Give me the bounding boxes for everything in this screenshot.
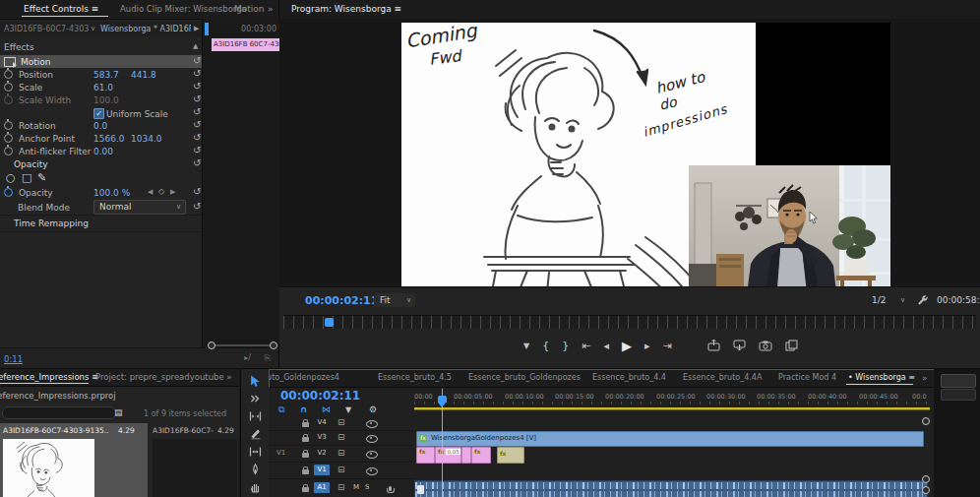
tab-overflow-icon[interactable]: » <box>268 4 274 14</box>
track-scroll-handle[interactable] <box>922 486 930 494</box>
stopwatch-icon[interactable] <box>4 147 13 155</box>
anchor-y-value[interactable]: 1034.0 <box>131 134 162 144</box>
tab-project-prepre[interactable]: Project: prepre_spreadyoutube <box>95 372 224 382</box>
audio-clip-a1[interactable] <box>414 480 928 497</box>
tab-project-reference[interactable]: Project: reference_Impressions ≡ <box>0 372 98 382</box>
tab-overflow-icon[interactable]: » <box>922 373 928 383</box>
solo-button[interactable]: S <box>365 483 369 491</box>
opacity-value[interactable]: 100.0 % <box>93 188 130 198</box>
stopwatch-icon[interactable] <box>4 70 13 79</box>
graphic-clip-olive[interactable]: fx <box>497 447 524 464</box>
program-playhead-handle[interactable] <box>325 318 334 327</box>
stopwatch-active-icon[interactable] <box>4 188 13 197</box>
graphic-clip[interactable] <box>461 447 471 464</box>
ec-sequence-clip-name[interactable]: Wisensborga * A3ID16FB-6... <box>100 25 191 33</box>
extract-button[interactable] <box>733 340 746 351</box>
track-output-eye-icon[interactable] <box>366 420 378 428</box>
track-scroll-handle[interactable] <box>922 417 930 425</box>
sync-lock-icon[interactable]: ⊟ <box>337 432 345 442</box>
track-name-v2[interactable]: V2 <box>314 448 330 459</box>
mark-in-button[interactable]: { <box>542 340 549 352</box>
track-lock-icon[interactable] <box>302 469 309 474</box>
reset-scale-icon[interactable]: ↺ <box>193 81 201 92</box>
voiceover-mic-icon[interactable] <box>389 486 392 491</box>
add-marker-button[interactable]: ▼ <box>523 342 529 350</box>
playback-resolution-dropdown[interactable]: 1/2 ∨ <box>866 293 909 307</box>
track-output-eye-icon[interactable] <box>366 451 378 459</box>
ellipse-mask-icon[interactable]: ○ <box>6 171 16 184</box>
step-back-button[interactable]: ◂ <box>603 340 609 352</box>
project-item[interactable]: A3ID16FB-60C7-4303-9135.. 4.29 <box>151 423 239 497</box>
comparison-view-button[interactable] <box>785 340 798 351</box>
timeline-settings-gear-icon[interactable]: ⚙ <box>369 404 377 414</box>
project-item-selected[interactable]: A3ID16FB-60C7-4303-9135.. 4.29 <box>0 423 148 497</box>
panel-menu-icon[interactable]: ≡ <box>908 373 915 382</box>
tab-sequence-2[interactable]: Essence_bruto_4.5 <box>378 373 452 382</box>
mark-out-button[interactable]: } <box>562 340 569 352</box>
reset-opacity-section-icon[interactable]: ↺ <box>193 157 201 168</box>
reset-anchor-icon[interactable]: ↺ <box>193 132 201 143</box>
keyframe-add-icon[interactable]: ◇ <box>158 187 164 196</box>
project-item-thumbnail[interactable] <box>153 439 237 497</box>
reset-uniform-icon[interactable]: ↺ <box>193 106 201 117</box>
ec-master-clip-name[interactable]: A3ID16FB-60C7-4303-... <box>4 25 89 33</box>
scale-value[interactable]: 61.0 <box>93 83 113 93</box>
ec-scroll-handle-right[interactable] <box>270 342 277 349</box>
track-name-v3[interactable]: V3 <box>314 432 330 443</box>
tool-ripple-edit[interactable] <box>241 410 269 426</box>
video-clip-v3[interactable]: fx WisensborgaGoldenpozes4 [V] <box>416 431 924 447</box>
sync-lock-icon[interactable]: ⊟ <box>337 465 345 474</box>
reset-rotation-icon[interactable]: ↺ <box>193 119 201 130</box>
fit-dropdown[interactable]: Fit ∨ <box>374 293 415 307</box>
tool-track-select-forward[interactable] <box>241 393 269 408</box>
program-scrubber[interactable] <box>283 315 976 329</box>
sync-lock-icon[interactable]: ⊟ <box>337 448 345 458</box>
wrench-icon[interactable] <box>917 294 929 306</box>
reset-scale-width-icon[interactable]: ↺ <box>193 93 201 104</box>
linked-selection-icon[interactable]: ⋈ <box>322 404 331 414</box>
tab-sequence-3[interactable]: Essence_bruto_Goldenpozes <box>468 373 581 382</box>
ec-mini-timeline[interactable]: 00:03:00 A3ID16FB 60C7-430 <box>202 19 279 347</box>
tool-razor[interactable] <box>241 428 269 444</box>
caret-right-icon[interactable]: ▶ <box>194 25 199 32</box>
project-search-input[interactable] <box>2 406 116 419</box>
uniform-scale-checkbox[interactable]: ✓ <box>93 108 104 119</box>
reset-antiflicker-icon[interactable]: ↺ <box>193 145 201 155</box>
track-name-a1[interactable]: A1 <box>314 482 330 493</box>
rotation-value[interactable]: 0.0 <box>93 121 107 131</box>
stopwatch-icon[interactable] <box>4 121 13 130</box>
stopwatch-icon[interactable] <box>4 134 13 143</box>
tool-pen[interactable] <box>241 464 269 479</box>
tab-program[interactable]: Program: Wisensborga ≡ <box>291 4 401 14</box>
track-lock-icon[interactable] <box>302 422 309 427</box>
track-lock-icon[interactable] <box>302 487 309 492</box>
ec-scroll-handle-left[interactable] <box>208 342 215 349</box>
add-marker-icon[interactable]: ▼ <box>345 405 351 414</box>
blend-mode-dropdown[interactable]: Normal ∨ <box>93 200 186 215</box>
track-name-v1[interactable]: V1 <box>314 465 330 475</box>
tab-sequence-1[interactable]: Essence_bruto_Goldenpozes4 <box>269 373 339 382</box>
ec-h-scrollbar[interactable] <box>212 344 275 346</box>
tab-motion[interactable]: Motion <box>234 4 265 14</box>
reset-blend-icon[interactable]: ↺ <box>193 201 201 212</box>
reset-position-icon[interactable]: ↺ <box>193 68 201 79</box>
snap-icon[interactable]: ∩ <box>300 404 307 414</box>
chevron-down-icon[interactable]: ∨ <box>91 25 95 32</box>
timeline-playhead-handle[interactable] <box>438 396 447 403</box>
export-frame-button[interactable] <box>759 341 772 351</box>
track-scroll-handle[interactable] <box>922 475 930 483</box>
stopwatch-icon[interactable] <box>4 83 13 92</box>
ec-mini-playhead[interactable] <box>205 23 209 35</box>
panel-menu-icon[interactable]: ≡ <box>395 4 402 14</box>
lift-button[interactable] <box>707 340 720 351</box>
ec-footer-play-icon[interactable]: ▸/ <box>244 353 251 362</box>
tab-effect-controls[interactable]: Effect Controls ≡ <box>24 4 98 14</box>
ec-mini-clip[interactable]: A3ID16FB 60C7-430 <box>212 38 281 51</box>
project-item-thumbnail[interactable] <box>3 439 94 497</box>
tab-sequence-6[interactable]: Practice Mod 4 <box>778 373 836 382</box>
tool-selection[interactable] <box>241 375 269 391</box>
track-name-v4[interactable]: V4 <box>314 417 330 428</box>
reset-opacity-icon[interactable]: ↺ <box>193 186 201 197</box>
timeline-timecode[interactable]: 00:00:02:11 <box>280 389 360 403</box>
program-timecode[interactable]: 00:00:02:11 <box>305 294 378 307</box>
